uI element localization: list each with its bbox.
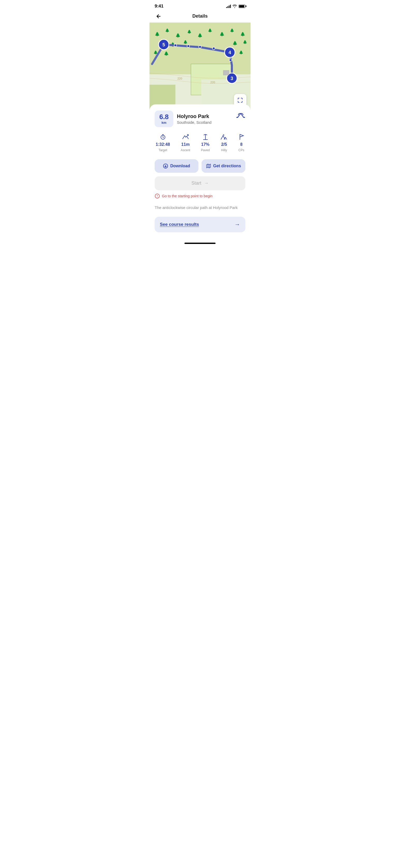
loop-icon <box>236 111 245 120</box>
warning-row: Go to the starting point to begin <box>155 193 245 198</box>
map-icon <box>206 163 211 168</box>
route-location: Southside, Scotland <box>177 120 211 125</box>
distance-value: 6.8 <box>158 113 170 121</box>
map-container: 🌲 🌲 🌲 🌲 🌲 🌲 🌲 🌲 🌲 🌲 🌲 🌲 🌲 🌲 🌲 🌲 🌲 220 22… <box>150 23 250 111</box>
page-title: Details <box>192 13 208 19</box>
hilly-icon <box>220 133 228 141</box>
wifi-icon <box>233 4 237 8</box>
svg-text:220: 220 <box>178 77 182 80</box>
stat-hilly: 2/5 Hilly <box>220 133 228 152</box>
expand-icon <box>237 97 243 103</box>
paved-label: Paved <box>201 148 210 152</box>
svg-text:🌲: 🌲 <box>175 33 181 38</box>
svg-point-25 <box>187 45 190 48</box>
ascent-icon <box>182 133 189 141</box>
stat-ascent: 11m Ascent <box>181 133 190 152</box>
download-button[interactable]: Download <box>155 159 198 173</box>
svg-text:🌲: 🌲 <box>233 41 238 45</box>
warning-icon <box>155 193 160 198</box>
route-description: The anticlockwise circular path at Holyr… <box>155 205 245 211</box>
svg-text:🌲: 🌲 <box>165 28 170 33</box>
route-name-section: Holyroo Park Southside, Scotland <box>177 113 211 125</box>
download-label: Download <box>170 164 190 168</box>
distance-unit: km <box>158 121 170 125</box>
svg-text:🌲: 🌲 <box>164 51 169 56</box>
stat-target: 1:32:48 Target <box>156 133 170 152</box>
svg-text:🌲: 🌲 <box>240 32 245 36</box>
ascent-label: Ascent <box>181 148 190 152</box>
back-button[interactable] <box>155 12 162 20</box>
hilly-value: 2/5 <box>221 142 227 147</box>
hilly-label: Hilly <box>221 148 227 152</box>
cps-value: 8 <box>240 142 243 147</box>
status-icons <box>226 4 245 8</box>
target-label: Target <box>158 148 167 152</box>
status-bar: 9:41 <box>150 0 250 11</box>
svg-text:🌲: 🌲 <box>183 40 188 44</box>
get-directions-label: Get directions <box>213 164 241 168</box>
svg-text:5: 5 <box>162 42 165 48</box>
paved-icon <box>203 133 208 141</box>
svg-point-28 <box>229 59 232 61</box>
svg-point-26 <box>199 45 201 48</box>
signal-icon <box>226 4 231 8</box>
header: Details <box>150 11 250 23</box>
svg-text:🌲: 🌲 <box>155 32 160 36</box>
action-buttons-row: Download Get directions <box>155 159 245 173</box>
stat-paved: 17% Paved <box>201 133 210 152</box>
svg-marker-38 <box>207 164 210 168</box>
get-directions-button[interactable]: Get directions <box>202 159 245 173</box>
svg-text:🌲: 🌲 <box>219 32 225 36</box>
svg-point-24 <box>174 44 177 46</box>
target-value: 1:32:48 <box>156 142 170 147</box>
svg-text:3: 3 <box>230 76 233 81</box>
cps-label: CPs <box>238 148 244 152</box>
svg-text:🌲: 🌲 <box>243 40 247 44</box>
svg-text:🌲: 🌲 <box>239 50 244 55</box>
start-button[interactable]: Start → <box>155 176 245 190</box>
course-results-label: See course results <box>160 222 199 227</box>
svg-point-27 <box>212 47 215 50</box>
course-results-button[interactable]: See course results → <box>155 217 245 232</box>
route-title-left: 6.8 km Holyroo Park Southside, Scotland <box>155 111 211 127</box>
battery-icon <box>239 5 245 8</box>
distance-badge: 6.8 km <box>155 111 173 127</box>
content-card: 6.8 km Holyroo Park Southside, Scotland <box>150 104 250 254</box>
route-title-row: 6.8 km Holyroo Park Southside, Scotland <box>155 111 245 127</box>
start-label: Start <box>191 181 201 186</box>
route-name: Holyroo Park <box>177 113 211 119</box>
flag-icon <box>239 133 244 141</box>
start-arrow: → <box>204 181 209 186</box>
home-indicator <box>155 241 245 248</box>
svg-text:4: 4 <box>228 50 231 55</box>
warning-text: Go to the starting point to begin <box>162 194 212 198</box>
home-bar <box>184 243 216 244</box>
ascent-value: 11m <box>181 142 190 147</box>
svg-text:🌲: 🌲 <box>197 33 203 38</box>
status-time: 9:41 <box>155 4 163 9</box>
stats-row: 1:32:48 Target 11m Ascent 1 <box>155 133 245 152</box>
svg-text:🌲: 🌲 <box>208 28 212 33</box>
paved-value: 17% <box>201 142 210 147</box>
svg-text:🌲: 🌲 <box>187 30 192 34</box>
timer-icon <box>160 133 166 141</box>
svg-rect-35 <box>223 70 229 75</box>
stat-cps: 8 CPs <box>238 133 244 152</box>
download-icon <box>163 163 168 168</box>
course-results-arrow: → <box>235 221 240 228</box>
svg-text:🌲: 🌲 <box>230 28 235 33</box>
